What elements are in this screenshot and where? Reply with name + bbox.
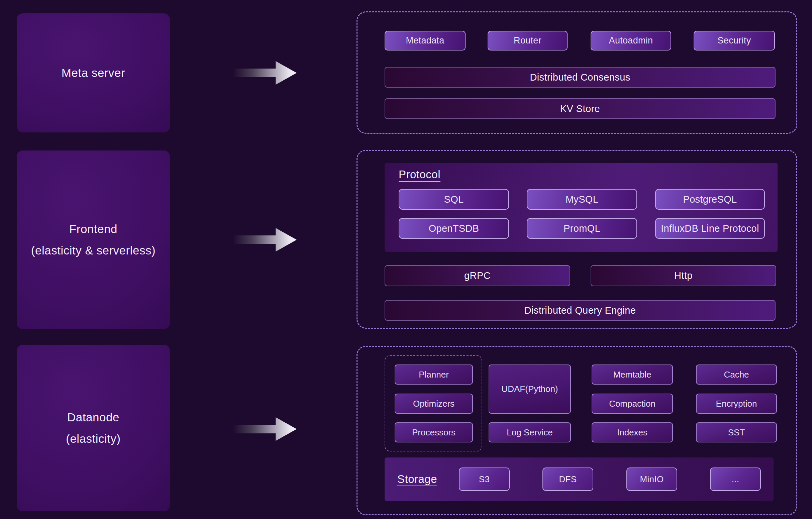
http-bar: Http	[590, 265, 776, 286]
s3-node: S3	[459, 467, 510, 491]
datanode-box: Datanode (elasticity)	[17, 345, 170, 511]
datanode-sublabel: (elasticity)	[66, 428, 121, 450]
kv-store-bar: KV Store	[385, 98, 776, 119]
right-arrow-icon	[233, 59, 297, 87]
frontend-label: Frontend	[69, 219, 117, 240]
protocol-title: Protocol	[399, 168, 440, 181]
router-node: Router	[488, 31, 568, 51]
processors-node: Processors	[395, 422, 473, 442]
protocol-panel: Protocol SQL MySQL PostgreSQL OpenTSDB P…	[385, 163, 778, 252]
postgresql-node: PostgreSQL	[655, 189, 765, 210]
influxdb-line-protocol-node: InfluxDB Line Protocol	[655, 218, 765, 239]
storage-panel: Storage S3 DFS MinIO ...	[385, 458, 774, 501]
architecture-diagram: Meta server Frontend (elasticity & serve…	[0, 0, 812, 519]
log-service-node: Log Service	[489, 422, 571, 442]
encryption-node: Encryption	[696, 394, 777, 414]
frontend-box: Frontend (elasticity & serverless)	[17, 150, 170, 329]
sql-node: SQL	[399, 189, 509, 210]
frontend-sublabel: (elasticity & serverless)	[31, 240, 155, 261]
storage-title: Storage	[397, 473, 437, 486]
datanode-container: Planner Optimizers Processors UDAF(Pytho…	[356, 346, 797, 515]
opentsdb-node: OpenTSDB	[399, 218, 509, 239]
indexes-node: Indexes	[591, 422, 673, 442]
memtable-node: Memtable	[591, 365, 673, 384]
compaction-node: Compaction	[591, 394, 673, 414]
promql-node: PromQL	[527, 218, 637, 239]
distributed-consensus-bar: Distributed Consensus	[385, 67, 776, 88]
meta-server-label: Meta server	[61, 62, 125, 84]
meta-server-box: Meta server	[17, 13, 170, 133]
distributed-query-engine-bar: Distributed Query Engine	[385, 300, 776, 321]
grpc-bar: gRPC	[385, 265, 570, 286]
security-node: Security	[694, 31, 775, 51]
frontend-container: Protocol SQL MySQL PostgreSQL OpenTSDB P…	[356, 150, 797, 329]
minio-node: MinIO	[627, 467, 677, 491]
autoadmin-node: Autoadmin	[590, 31, 671, 51]
mysql-node: MySQL	[527, 189, 637, 210]
dfs-node: DFS	[543, 467, 593, 491]
meta-server-container: Metadata Router Autoadmin Security Distr…	[356, 11, 797, 134]
sst-node: SST	[696, 422, 777, 442]
optimizers-node: Optimizers	[395, 394, 473, 414]
metadata-node: Metadata	[385, 31, 466, 51]
right-arrow-icon	[233, 415, 297, 443]
udaf-python-node: UDAF(Python)	[489, 365, 571, 414]
planner-node: Planner	[395, 365, 473, 384]
datanode-label: Datanode	[67, 407, 119, 428]
cache-node: Cache	[696, 365, 777, 384]
ellipsis-node: ...	[710, 467, 761, 491]
right-arrow-icon	[233, 226, 297, 254]
